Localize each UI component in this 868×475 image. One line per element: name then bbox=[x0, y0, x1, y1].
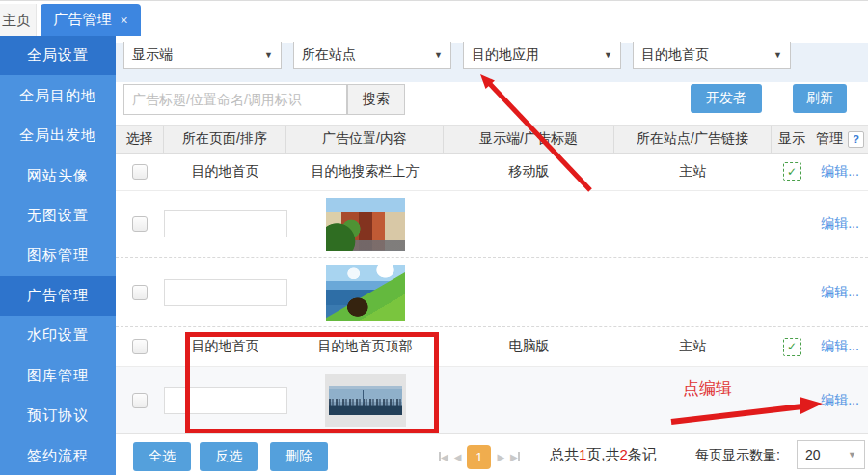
dropdown-value: 目的地应用 bbox=[472, 46, 539, 64]
position-cell: 目的地搜索栏上方 bbox=[286, 153, 444, 190]
chevron-down-icon: ▼ bbox=[434, 50, 443, 60]
sidebar-item-global-destination[interactable]: 全局目的地 bbox=[0, 75, 116, 115]
header-manage: 管理 ? bbox=[812, 126, 868, 153]
row-checkbox[interactable] bbox=[132, 339, 148, 354]
header-select: 选择 bbox=[116, 126, 164, 153]
invert-select-button[interactable]: 反选 bbox=[200, 442, 258, 471]
main-content: 显示端 ▼ 所在站点 ▼ 目的地应用 ▼ 目的地首页 ▼ 搜索 开发者 刷新 选… bbox=[116, 36, 868, 475]
destination-home-dropdown[interactable]: 目的地首页 ▼ bbox=[633, 42, 791, 69]
site-cell: 主站 bbox=[614, 153, 772, 190]
page-cell: 目的地首页 bbox=[164, 327, 286, 366]
table-header: 选择 所在页面/排序 广告位置/内容 显示端/广告标题 所在站点/广告链接 显示… bbox=[116, 125, 868, 154]
table-row: 编辑... bbox=[116, 191, 868, 258]
sidebar-item-global-settings[interactable]: 全局设置 bbox=[0, 36, 116, 75]
last-page-icon[interactable]: ▶ bbox=[510, 452, 520, 462]
header-platform-title: 显示端/广告标题 bbox=[444, 126, 614, 153]
table-row: 编辑... bbox=[116, 367, 868, 434]
refresh-button[interactable]: 刷新 bbox=[793, 84, 847, 113]
sidebar-item-global-departure[interactable]: 全局出发地 bbox=[0, 116, 116, 155]
per-page-label: 每页显示数量: bbox=[695, 447, 780, 464]
sort-input[interactable] bbox=[164, 279, 287, 306]
sidebar-item-ad-management[interactable]: 广告管理 bbox=[0, 276, 116, 316]
table-row: 目的地首页 目的地首页顶部 电脑版 主站 ✓ 编辑... bbox=[116, 327, 868, 367]
next-page-icon[interactable]: ▶ bbox=[497, 452, 504, 462]
platform-cell: 电脑版 bbox=[444, 327, 614, 366]
app-window: 主页 广告管理 × 全局设置 全局目的地 全局出发地 网站头像 无图设置 图标管… bbox=[0, 0, 868, 475]
prev-page-icon[interactable]: ◀ bbox=[454, 452, 462, 462]
header-page-order: 所在页面/排序 bbox=[164, 126, 286, 153]
sidebar-item-signing-process[interactable]: 签约流程 bbox=[0, 436, 116, 475]
table-row: 目的地首页 目的地搜索栏上方 移动版 主站 ✓ 编辑... bbox=[116, 153, 868, 191]
page-number-badge[interactable]: 1 bbox=[467, 445, 491, 469]
row-checkbox[interactable] bbox=[132, 285, 148, 300]
tab-label: 广告管理 bbox=[53, 11, 111, 29]
tab-bar: 主页 广告管理 × bbox=[0, 1, 868, 36]
display-side-dropdown[interactable]: 显示端 ▼ bbox=[123, 42, 282, 69]
search-button[interactable]: 搜索 bbox=[347, 84, 405, 115]
sidebar-item-site-avatar[interactable]: 网站头像 bbox=[0, 155, 116, 195]
total-records: 2 bbox=[620, 446, 628, 462]
close-icon[interactable]: × bbox=[120, 14, 127, 27]
table-row: 编辑... bbox=[116, 258, 868, 327]
delete-button[interactable]: 删除 bbox=[270, 442, 328, 471]
ad-thumbnail-frame bbox=[325, 374, 406, 427]
edit-link[interactable]: 编辑... bbox=[821, 215, 859, 233]
dropdown-value: 显示端 bbox=[132, 46, 173, 64]
first-page-icon[interactable]: ◀ bbox=[439, 452, 448, 462]
help-icon[interactable]: ? bbox=[848, 131, 864, 148]
chevron-down-icon: ▼ bbox=[604, 50, 612, 60]
row-checkbox[interactable] bbox=[132, 216, 148, 232]
sidebar-item-no-image-settings[interactable]: 无图设置 bbox=[0, 196, 116, 236]
platform-cell: 移动版 bbox=[444, 153, 614, 190]
sidebar: 全局设置 全局目的地 全局出发地 网站头像 无图设置 图标管理 广告管理 水印设… bbox=[0, 36, 116, 475]
table-footer: 全选 反选 删除 ◀ ◀ 1 ▶ ▶ 总共1页,共2条记 每页显示数量: 20 … bbox=[116, 434, 868, 475]
per-page-value: 20 bbox=[805, 447, 821, 462]
dropdown-value: 所在站点 bbox=[302, 46, 356, 64]
sort-input[interactable] bbox=[164, 387, 287, 414]
row-checkbox[interactable] bbox=[132, 164, 148, 180]
sort-input[interactable] bbox=[164, 210, 287, 238]
tab-home[interactable]: 主页 bbox=[0, 4, 37, 36]
chevron-down-icon: ▼ bbox=[264, 50, 273, 60]
select-all-button[interactable]: 全选 bbox=[133, 442, 191, 471]
page-cell: 目的地首页 bbox=[164, 153, 286, 190]
header-site-link: 所在站点/广告链接 bbox=[614, 126, 772, 153]
edit-link[interactable]: 编辑... bbox=[821, 284, 859, 301]
site-cell: 主站 bbox=[614, 327, 772, 366]
sidebar-item-icon-management[interactable]: 图标管理 bbox=[0, 236, 116, 275]
tab-ad-management[interactable]: 广告管理 × bbox=[41, 4, 141, 36]
display-check-icon[interactable]: ✓ bbox=[783, 162, 801, 181]
pagination: ◀ ◀ 1 ▶ ▶ bbox=[439, 442, 520, 471]
dropdown-value: 目的地首页 bbox=[641, 46, 709, 64]
header-display: 显示 bbox=[772, 126, 812, 153]
developer-button[interactable]: 开发者 bbox=[691, 84, 762, 113]
chevron-down-icon: ▼ bbox=[848, 450, 856, 460]
ad-thumbnail-building bbox=[326, 198, 405, 251]
destination-app-dropdown[interactable]: 目的地应用 ▼ bbox=[463, 42, 621, 69]
chevron-down-icon: ▼ bbox=[773, 50, 782, 60]
sidebar-item-booking-agreement[interactable]: 预订协议 bbox=[0, 396, 116, 435]
row-checkbox[interactable] bbox=[132, 393, 148, 408]
header-position-content: 广告位置/内容 bbox=[286, 126, 444, 153]
per-page-select[interactable]: 20 ▼ bbox=[797, 440, 865, 469]
site-dropdown[interactable]: 所在站点 ▼ bbox=[293, 42, 451, 69]
sidebar-item-watermark-settings[interactable]: 水印设置 bbox=[0, 316, 116, 355]
ad-thumbnail-coast bbox=[326, 265, 405, 321]
edit-link[interactable]: 编辑... bbox=[821, 392, 859, 409]
search-input[interactable] bbox=[123, 84, 347, 115]
position-cell: 目的地首页顶部 bbox=[286, 327, 444, 366]
edit-link[interactable]: 编辑... bbox=[821, 338, 859, 355]
sidebar-item-gallery-management[interactable]: 图库管理 bbox=[0, 356, 116, 396]
record-summary: 总共1页,共2条记 bbox=[550, 446, 657, 464]
display-check-icon[interactable]: ✓ bbox=[783, 338, 801, 356]
ad-thumbnail-city-skyline bbox=[329, 386, 402, 415]
edit-link[interactable]: 编辑... bbox=[821, 163, 859, 181]
